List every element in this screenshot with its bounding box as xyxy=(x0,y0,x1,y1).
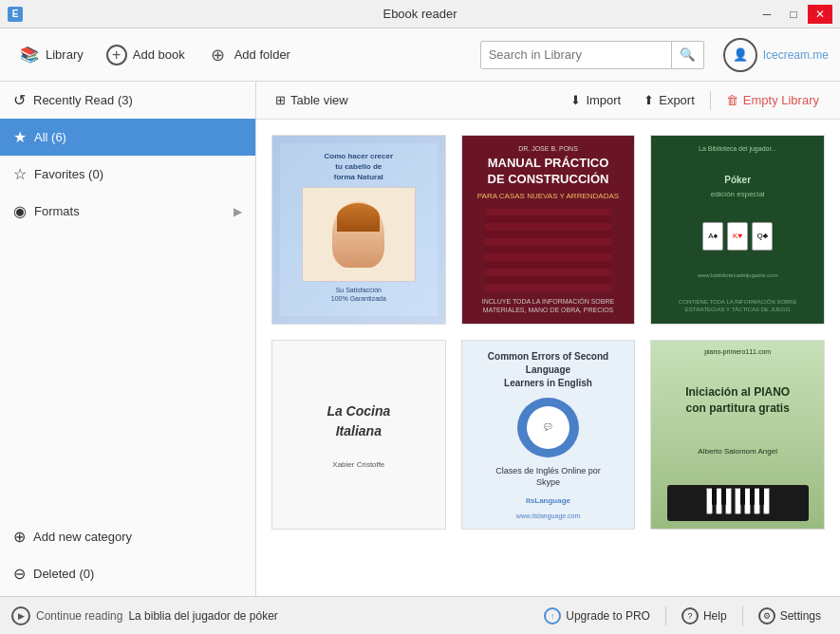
settings-label: Settings xyxy=(780,609,821,623)
formats-label: Formats xyxy=(34,204,80,218)
all-icon: ★ xyxy=(13,128,27,146)
sidebar: ↺ Recently Read (3) ★ All (6) ☆ Favorite… xyxy=(0,82,256,596)
user-label[interactable]: Icecream.me xyxy=(763,48,829,62)
help-button[interactable]: ? Help xyxy=(674,604,735,628)
sidebar-item-all[interactable]: ★ All (6) xyxy=(0,119,255,156)
play-icon: ▶ xyxy=(11,606,30,625)
sidebar-item-recently-read[interactable]: ↺ Recently Read (3) xyxy=(0,82,255,119)
export-icon: ⬆ xyxy=(644,93,654,107)
import-icon: ⬇ xyxy=(570,93,581,107)
user-avatar[interactable]: 👤 xyxy=(723,38,757,72)
table-view-label: Table view xyxy=(290,93,348,107)
book-card-6[interactable]: piano-primero111.com Iniciación al PIANO… xyxy=(650,340,825,530)
empty-library-button[interactable]: 🗑 Empty Library xyxy=(719,89,827,111)
empty-library-icon: 🗑 xyxy=(726,93,738,107)
sidebar-item-add-category[interactable]: ⊕ Add new category xyxy=(0,518,255,555)
deleted-label: Deleted (0) xyxy=(33,567,94,581)
book-card-4[interactable]: La CocinaItaliana Xabier Cristoffe xyxy=(271,340,446,530)
bottom-divider xyxy=(665,606,666,625)
main-area: ↺ Recently Read (3) ★ All (6) ☆ Favorite… xyxy=(0,82,840,596)
formats-arrow-icon: ▶ xyxy=(233,205,242,218)
library-label: Library xyxy=(46,47,84,62)
close-button[interactable]: ✕ xyxy=(808,5,832,24)
help-label: Help xyxy=(703,609,727,623)
content-toolbar: ⊞ Table view ⬇ Import ⬆ Export 🗑 Empty L… xyxy=(256,82,840,120)
window-controls: ─ □ ✕ xyxy=(755,5,832,24)
book-card-1[interactable]: Como hacer crecertu cabello deforma Natu… xyxy=(271,135,446,325)
content-area: ⊞ Table view ⬇ Import ⬆ Export 🗑 Empty L… xyxy=(256,82,840,596)
favorites-icon: ☆ xyxy=(13,165,27,183)
sidebar-item-formats[interactable]: ◉ Formats ▶ xyxy=(0,193,255,230)
library-icon: 📚 xyxy=(19,45,40,65)
book-card-3[interactable]: La Biblioteca del jugador... Pókeredició… xyxy=(650,135,825,325)
bottom-divider-2 xyxy=(742,606,743,625)
settings-button[interactable]: ⚙ Settings xyxy=(751,604,829,628)
search-button[interactable]: 🔍 xyxy=(671,42,703,68)
add-folder-icon: ⊕ xyxy=(208,45,229,65)
user-section: 👤 Icecream.me xyxy=(718,38,829,72)
recently-read-icon: ↺ xyxy=(13,91,26,109)
import-button[interactable]: ⬇ Import xyxy=(563,89,628,111)
toolbar-actions: ⬇ Import ⬆ Export 🗑 Empty Library xyxy=(563,89,827,111)
continue-label: Continue reading xyxy=(36,609,122,623)
book-cover-3: La Biblioteca del jugador... Pókeredició… xyxy=(651,136,824,324)
empty-library-label: Empty Library xyxy=(743,93,819,107)
app-icon: E xyxy=(8,7,23,22)
add-category-label: Add new category xyxy=(33,530,132,544)
minimize-button[interactable]: ─ xyxy=(755,5,779,24)
deleted-icon: ⊖ xyxy=(13,565,26,583)
table-view-icon: ⊞ xyxy=(275,93,286,107)
export-label: Export xyxy=(659,93,695,107)
bottom-bar: ▶ Continue reading La biblia del jugador… xyxy=(0,596,840,634)
add-folder-label: Add folder xyxy=(234,47,290,62)
bottom-right: ↑ Upgrade to PRO ? Help ⚙ Settings xyxy=(536,604,829,628)
all-label: All (6) xyxy=(34,130,66,144)
book-card-2[interactable]: DR. JOSE B. PONS MANUAL PRÁCTICODE CONST… xyxy=(461,135,636,325)
add-book-label: Add book xyxy=(133,47,185,62)
window-title: Ebook reader xyxy=(383,7,457,21)
sidebar-item-deleted[interactable]: ⊖ Deleted (0) xyxy=(0,555,255,592)
book-cover-6: piano-primero111.com Iniciación al PIANO… xyxy=(651,341,824,529)
table-view-button[interactable]: ⊞ Table view xyxy=(270,89,354,111)
sidebar-bottom: ⊕ Add new category ⊖ Deleted (0) xyxy=(0,518,255,596)
sidebar-item-favorites[interactable]: ☆ Favorites (0) xyxy=(0,156,255,193)
formats-icon: ◉ xyxy=(13,202,27,220)
search-box: 🔍 xyxy=(480,41,704,69)
add-folder-button[interactable]: ⊕ Add folder xyxy=(200,39,298,71)
settings-icon: ⚙ xyxy=(758,607,775,625)
upgrade-icon: ↑ xyxy=(544,607,561,625)
title-bar: E Ebook reader ─ □ ✕ xyxy=(0,0,840,28)
continue-title: La biblia del jugador de póker xyxy=(128,609,277,623)
help-icon: ? xyxy=(681,607,699,625)
book-grid: Como hacer crecertu cabello deforma Natu… xyxy=(256,120,840,596)
import-label: Import xyxy=(586,93,621,107)
book-cover-1: Como hacer crecertu cabello deforma Natu… xyxy=(272,136,445,324)
continue-reading-button[interactable]: ▶ Continue reading La biblia del jugador… xyxy=(11,606,278,625)
upgrade-label: Upgrade to PRO xyxy=(566,609,650,623)
formats-left: ◉ Formats xyxy=(13,202,80,220)
recently-read-label: Recently Read (3) xyxy=(33,93,133,107)
favorites-label: Favorites (0) xyxy=(34,167,103,181)
maximize-button[interactable]: □ xyxy=(781,5,806,24)
add-book-icon: + xyxy=(106,45,127,65)
book-cover-5: Common Errors of SecondLanguageLearners … xyxy=(462,341,635,529)
search-input[interactable] xyxy=(481,42,671,68)
book-cover-4: La CocinaItaliana Xabier Cristoffe xyxy=(272,341,445,529)
title-bar-left: E xyxy=(8,7,23,22)
book-card-5[interactable]: Common Errors of SecondLanguageLearners … xyxy=(461,340,636,530)
upgrade-button[interactable]: ↑ Upgrade to PRO xyxy=(536,604,658,628)
export-button[interactable]: ⬆ Export xyxy=(636,89,702,111)
main-toolbar: 📚 Library + Add book ⊕ Add folder 🔍 👤 Ic… xyxy=(0,28,840,82)
library-button[interactable]: 📚 Library xyxy=(11,39,91,71)
toolbar-divider xyxy=(710,91,711,110)
add-category-icon: ⊕ xyxy=(13,528,26,546)
book-cover-2: DR. JOSE B. PONS MANUAL PRÁCTICODE CONST… xyxy=(462,136,635,324)
add-book-button[interactable]: + Add book xyxy=(99,39,193,71)
